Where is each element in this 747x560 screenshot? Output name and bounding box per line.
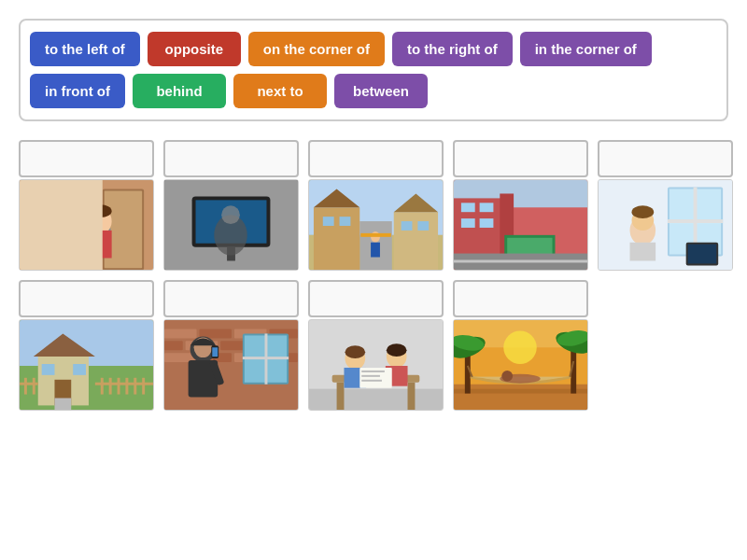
- drop-zone-9[interactable]: [453, 280, 588, 317]
- word-bank: to the left of opposite on the corner of…: [19, 19, 728, 121]
- svg-rect-37: [480, 218, 494, 228]
- svg-rect-68: [125, 378, 128, 395]
- card-3: [308, 140, 444, 271]
- svg-rect-76: [164, 341, 183, 350]
- svg-rect-64: [33, 378, 35, 395]
- svg-point-101: [345, 345, 365, 358]
- drop-zone-5[interactable]: [598, 140, 733, 177]
- svg-rect-35: [480, 203, 494, 212]
- svg-rect-29: [360, 233, 391, 237]
- svg-rect-8: [20, 180, 103, 271]
- pill-in-the-corner-of[interactable]: in the corner of: [520, 32, 652, 66]
- svg-rect-19: [314, 207, 359, 270]
- svg-rect-63: [24, 378, 27, 395]
- pill-next-to[interactable]: next to: [233, 74, 327, 108]
- svg-rect-28: [371, 243, 380, 258]
- card-8: [308, 280, 444, 411]
- drop-zone-2[interactable]: [163, 140, 299, 177]
- drop-zone-7[interactable]: [163, 280, 299, 317]
- image-city-corner: [453, 179, 588, 271]
- card-5: [598, 140, 733, 271]
- svg-rect-67: [118, 378, 120, 395]
- pill-in-front-of[interactable]: in front of: [30, 74, 125, 108]
- pill-between[interactable]: between: [334, 74, 428, 108]
- image-tv: [163, 179, 299, 271]
- image-house-field: [19, 319, 154, 411]
- card-1: [19, 140, 154, 271]
- pill-behind[interactable]: behind: [133, 74, 226, 108]
- pill-to-the-right-of[interactable]: to the right of: [392, 32, 513, 66]
- svg-rect-22: [340, 217, 351, 226]
- pill-to-the-left-of[interactable]: to the left of: [30, 32, 140, 66]
- svg-rect-34: [461, 203, 475, 212]
- svg-rect-41: [454, 259, 587, 262]
- svg-rect-107: [361, 375, 380, 377]
- svg-rect-60: [54, 399, 71, 411]
- image-street: [308, 179, 444, 271]
- svg-point-15: [221, 205, 240, 224]
- svg-rect-52: [688, 245, 717, 264]
- main-container: to the left of opposite on the corner of…: [0, 0, 747, 429]
- cards-row-2: [19, 280, 728, 411]
- cards-section: [19, 140, 728, 411]
- pill-on-the-corner-of[interactable]: on the corner of: [248, 32, 385, 66]
- svg-rect-113: [454, 389, 587, 394]
- svg-rect-65: [101, 378, 104, 395]
- svg-rect-97: [337, 383, 345, 411]
- svg-rect-112: [454, 385, 587, 411]
- image-hammock: [453, 319, 588, 411]
- svg-rect-108: [361, 380, 382, 382]
- svg-rect-106: [361, 371, 385, 372]
- svg-point-50: [632, 205, 655, 218]
- card-2: [163, 140, 299, 271]
- svg-rect-26: [417, 221, 429, 231]
- cards-row-1: [19, 140, 728, 271]
- svg-rect-98: [408, 383, 416, 411]
- drop-zone-1[interactable]: [19, 140, 154, 177]
- drop-zone-6[interactable]: [19, 280, 154, 317]
- svg-rect-93: [212, 347, 218, 357]
- svg-rect-36: [461, 218, 475, 228]
- drop-zone-4[interactable]: [453, 140, 588, 177]
- svg-point-111: [503, 331, 537, 365]
- image-boy-window: [598, 179, 733, 271]
- image-boy-door: [19, 179, 154, 271]
- svg-point-104: [387, 343, 407, 357]
- svg-rect-69: [134, 378, 136, 395]
- svg-rect-72: [164, 329, 197, 339]
- svg-rect-25: [402, 221, 413, 231]
- image-two-people: [308, 319, 444, 411]
- svg-rect-95: [309, 389, 443, 411]
- svg-rect-21: [323, 217, 334, 226]
- card-9: [453, 280, 588, 411]
- svg-rect-58: [42, 364, 55, 375]
- svg-rect-23: [394, 212, 438, 270]
- image-person-wall: [163, 319, 299, 411]
- svg-rect-70: [142, 378, 145, 395]
- drop-zone-8[interactable]: [308, 280, 444, 317]
- drop-zone-3[interactable]: [308, 140, 444, 177]
- svg-rect-66: [109, 378, 112, 395]
- card-6: [19, 280, 154, 411]
- svg-rect-87: [264, 333, 267, 384]
- svg-point-123: [501, 371, 513, 382]
- card-4: [453, 140, 588, 271]
- pill-opposite[interactable]: opposite: [148, 32, 241, 66]
- svg-rect-48: [630, 243, 656, 261]
- card-7: [163, 280, 299, 411]
- svg-rect-39: [507, 238, 552, 255]
- svg-rect-59: [73, 364, 86, 375]
